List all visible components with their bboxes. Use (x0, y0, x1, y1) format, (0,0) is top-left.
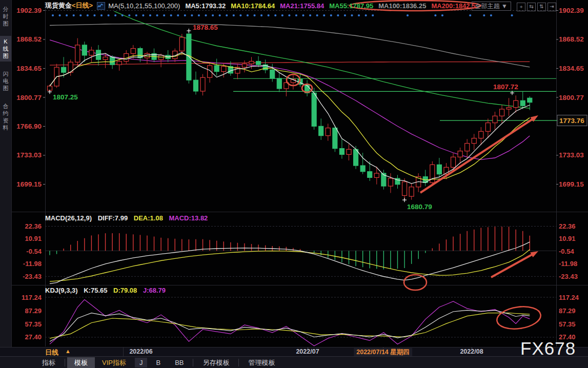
sidebar-char: 分 (0, 6, 11, 13)
toolbar-divider (238, 359, 239, 366)
svg-text:1868.52: 1868.52 (16, 35, 42, 43)
bottom-toolbar: 指标模板VIP指标JBBB另存模板管理模板 (0, 356, 588, 368)
ma-legend-item-0: MA5:1793.32 (185, 2, 226, 10)
sidebar-item-K线图[interactable]: K线图 (0, 36, 11, 62)
theme-dropdown[interactable]: 全部主题 ▼ (472, 2, 511, 11)
macd-value: MACD:13.82 (169, 214, 208, 222)
candlestick-chart-icon (97, 2, 105, 10)
j-value: J:68.79 (143, 287, 166, 294)
date-label: 2022/06 (129, 348, 152, 355)
svg-text:10.91: 10.91 (25, 235, 42, 242)
brand-watermark: FX678 (520, 338, 576, 359)
date-axis: 日线 ▲ 2022/062022/072022/07/14 星期四2022/08 (0, 347, 588, 357)
k-value: K:75.65 (84, 287, 107, 294)
svg-text:-0.54: -0.54 (26, 248, 42, 255)
svg-text:-23.43: -23.43 (559, 273, 578, 280)
header-controls: 全部主题 ▼ ＋⇆⇅⇥ (472, 1, 556, 11)
toolbar-item-另存模板[interactable]: 另存模板 (195, 357, 236, 368)
svg-text:-11.98: -11.98 (23, 260, 42, 268)
ma-legend-item-5: MA200:1842.5 (431, 2, 475, 10)
svg-text:-11.98: -11.98 (559, 260, 577, 268)
period-selector[interactable]: 日线 ▲ (11, 347, 124, 357)
crosshair-date-label: 2022/07/14 星期四 (354, 348, 412, 357)
dea-value: DEA:1.08 (134, 214, 163, 222)
sidebar-char: 图 (0, 85, 11, 92)
ma-legend-item-3: MA55:1787.95 (329, 2, 373, 10)
svg-text:1868.52: 1868.52 (559, 35, 584, 43)
theme-dropdown-label: 全部主题 (475, 3, 500, 10)
svg-text:1680.79: 1680.79 (407, 203, 432, 211)
svg-text:1807.25: 1807.25 (53, 93, 78, 101)
svg-text:1733.03: 1733.03 (559, 151, 584, 159)
toolbar-item-管理模板[interactable]: 管理模板 (241, 357, 282, 368)
kdj-label: KDJ(9,3,3) (45, 287, 78, 294)
kdj-pane-header: KDJ(9,3,3) K:75.65 D:79.08 J:68.79 (45, 287, 166, 294)
svg-text:10.91: 10.91 (559, 235, 576, 242)
svg-text:57.35: 57.35 (559, 320, 576, 328)
symbol-name: 现货黄金 (45, 2, 72, 9)
move-icon[interactable]: ＋ (517, 3, 525, 11)
sidebar-item-合约资料[interactable]: 合约资料 (0, 100, 11, 133)
svg-text:1878.65: 1878.65 (193, 24, 218, 31)
ma-legend-item-4: MA100:1836.25 (378, 2, 426, 10)
sidebar-char: 时 (0, 13, 11, 20)
svg-text:22.36: 22.36 (559, 222, 576, 230)
chart-mode-sidebar: 分时图K线图闪电图合约资料 (0, 0, 12, 356)
sidebar-item-分时图[interactable]: 分时图 (0, 4, 11, 29)
ma-legend: MA5:1793.32MA10:1784.64MA21:1755.84MA55:… (185, 2, 480, 10)
sidebar-item-闪电图[interactable]: 闪电图 (0, 68, 11, 94)
toolbar-divider (193, 359, 193, 366)
svg-text:-23.43: -23.43 (23, 273, 42, 280)
svg-text:22.36: 22.36 (25, 222, 42, 230)
exit-panel-icon[interactable]: ⇥ (548, 3, 556, 11)
svg-text:1800.77: 1800.77 (16, 94, 42, 101)
macd-label: MACD(26,12,9) (45, 214, 92, 222)
diff-value: DIFF:7.99 (98, 214, 128, 222)
svg-text:1699.15: 1699.15 (559, 180, 584, 188)
svg-text:1773.76: 1773.76 (559, 117, 584, 125)
svg-text:57.35: 57.35 (25, 320, 42, 328)
toolbar-item-VIP指标[interactable]: VIP指标 (95, 357, 133, 368)
svg-text:117.24: 117.24 (559, 294, 579, 301)
toolbar-item-B[interactable]: B (149, 358, 168, 367)
ma-legend-item-2: MA21:1755.84 (280, 2, 324, 10)
svg-text:1699.15: 1699.15 (16, 180, 42, 188)
toolbar-item-指标[interactable]: 指标 (35, 357, 63, 368)
svg-text:117.24: 117.24 (22, 294, 42, 301)
svg-text:-0.54: -0.54 (559, 248, 574, 255)
sidebar-char: 图 (0, 52, 11, 59)
sidebar-char: 电 (0, 77, 11, 85)
trading-app: 分时图K线图闪电图合约资料 现货黄金<日线> MA(5,10,21,55,100… (0, 0, 588, 368)
sidebar-char: 约 (0, 110, 11, 117)
date-label: 2022/07 (296, 348, 319, 355)
chevron-down-icon: ▼ (501, 3, 508, 10)
sidebar-char: K (0, 38, 11, 45)
date-label: 2022/08 (460, 348, 483, 355)
svg-text:27.40: 27.40 (25, 333, 42, 341)
svg-text:1834.65: 1834.65 (559, 65, 584, 72)
chart-canvas[interactable]: 1902.391868.521834.651800.771766.901733.… (0, 0, 588, 368)
ma-settings-label: MA(5,10,21,55,100,200) (108, 2, 180, 10)
ma-legend-item-1: MA10:1784.64 (231, 2, 275, 10)
sidebar-char: 资 (0, 117, 11, 124)
period-arrow-icon: ▲ (65, 348, 71, 354)
svg-text:1733.03: 1733.03 (16, 151, 42, 159)
toolbar-item-BB[interactable]: BB (168, 358, 191, 367)
svg-text:1807.72: 1807.72 (493, 83, 518, 91)
toolbar-item-J[interactable]: J (135, 358, 148, 367)
d-value: D:79.08 (113, 287, 137, 294)
svg-text:1766.90: 1766.90 (16, 122, 42, 130)
period-tag: <日线> (72, 2, 93, 9)
fit-height-icon[interactable]: ⇅ (537, 3, 546, 11)
macd-pane-header: MACD(26,12,9) DIFF:7.99 DEA:1.08 MACD:13… (45, 214, 208, 222)
instrument-title: 现货黄金<日线> (45, 1, 93, 10)
svg-text:1834.65: 1834.65 (16, 65, 42, 72)
sidebar-char: 闪 (0, 70, 11, 77)
window-icon-group: ＋⇆⇅⇥ (515, 1, 556, 11)
sidebar-char: 图 (0, 20, 11, 27)
toolbar-divider (65, 359, 65, 366)
svg-text:87.29: 87.29 (25, 307, 42, 315)
toolbar-item-模板[interactable]: 模板 (67, 357, 95, 368)
svg-text:1800.77: 1800.77 (559, 94, 584, 101)
fit-width-icon[interactable]: ⇆ (527, 3, 536, 11)
